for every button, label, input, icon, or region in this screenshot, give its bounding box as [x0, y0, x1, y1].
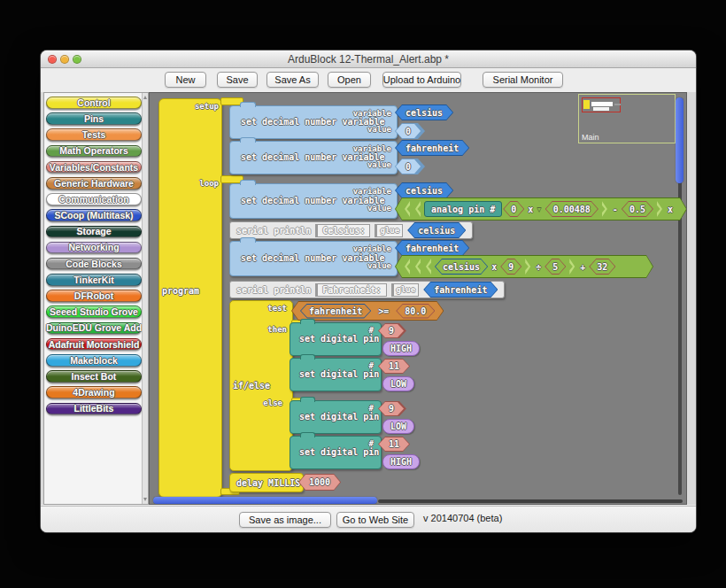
convert-expression-block[interactable]: celsius x 9 ÷ 5 + 32: [395, 255, 653, 278]
palette-item-insect-bot[interactable]: Insect Bot: [46, 370, 142, 383]
pin-state-tag[interactable]: LOW: [382, 419, 414, 434]
palette-item-tinkerkit[interactable]: TinkerKit: [46, 274, 142, 286]
palette-item-generic-hardware[interactable]: Generic Hardware: [46, 177, 142, 190]
program-block[interactable]: [158, 98, 222, 498]
palette-item-makeblock[interactable]: Makeblock: [46, 354, 142, 367]
serial-println-block[interactable]: serial println Fahrenheit: glue fahrenhe…: [229, 281, 505, 298]
palette-item-code-blocks[interactable]: Code Blocks: [46, 258, 142, 270]
set-variable-block[interactable]: set decimal number variable variable val…: [229, 141, 398, 174]
serial-println-block[interactable]: serial println Celsius: glue celsius: [229, 221, 473, 239]
minus-operator: -: [613, 205, 618, 214]
horizontal-scrollbar-thumb[interactable]: [153, 497, 377, 504]
set-digital-pin-block[interactable]: set digital pin #: [290, 322, 382, 356]
palette-item-storage[interactable]: Storage: [46, 226, 142, 238]
set-digital-pin-block[interactable]: set digital pin #: [290, 358, 382, 391]
palette-item-tests[interactable]: Tests: [46, 128, 142, 141]
denominator-value: 5: [552, 262, 558, 272]
palette-item-variables-constants[interactable]: Variables/Constants: [46, 161, 142, 174]
version-label: v 20140704 (beta): [423, 513, 502, 523]
minimap-block-thumb: [593, 107, 609, 111]
set-digital-pin-block[interactable]: set digital pin #: [290, 400, 382, 434]
palette-item-4drawing[interactable]: 4Drawing: [46, 386, 142, 398]
minimap-viewport[interactable]: [582, 97, 621, 112]
pin-state-tag[interactable]: LOW: [382, 376, 414, 391]
open-button[interactable]: Open: [328, 72, 371, 88]
threshold-tag[interactable]: 80.0: [396, 304, 435, 319]
palette-item-scoop-multitask[interactable]: SCoop (Multitask): [46, 209, 142, 221]
main-area: ControlPinsTestsMath OperatorsVariables/…: [41, 92, 696, 505]
go-to-website-button[interactable]: Go to Web Site: [336, 512, 414, 528]
set-variable-block[interactable]: set decimal number variable variable val…: [229, 105, 398, 139]
pin-state-tag[interactable]: HIGH: [382, 454, 420, 469]
palette-item-duinoedu-grove-add[interactable]: DuinoEDU Grove Add: [46, 322, 142, 335]
pin-number-tag[interactable]: 11: [378, 437, 410, 452]
value-tag[interactable]: 0: [395, 123, 425, 139]
palette-item-adafruit-motorshield[interactable]: Adafruit Motorshield: [46, 338, 142, 351]
variable-tag[interactable]: celsius: [395, 104, 453, 120]
pin-number: 9: [389, 326, 394, 336]
analog-pin-label: analog pin #: [431, 205, 495, 214]
multiply-operator: x: [528, 205, 533, 214]
message-slot[interactable]: Celsius:: [315, 224, 370, 237]
palette-item-dfrobot[interactable]: DFRobot: [46, 290, 142, 302]
glue-slot: glue: [391, 283, 420, 297]
set-variable-block[interactable]: set decimal number variable variable val…: [229, 241, 398, 276]
pin-number-tag[interactable]: 9: [378, 323, 406, 338]
addend-tag[interactable]: 32: [589, 259, 615, 275]
palette-scrollbar[interactable]: [142, 93, 148, 504]
scroll-down-icon[interactable]: [143, 498, 147, 501]
analog-expression-block[interactable]: analog pin # 0 x ▽ 0.00488 - 0.5 x: [395, 197, 687, 220]
pin-number-tag[interactable]: 11: [378, 359, 410, 374]
loop-label: loop: [176, 179, 219, 188]
test-expression-block[interactable]: fahrenheit >= 80.0: [291, 301, 444, 321]
palette-item-littlebits[interactable]: LittleBits: [46, 403, 142, 415]
pin-state-tag[interactable]: HIGH: [382, 341, 420, 356]
offset-tag[interactable]: 0.5: [622, 201, 653, 217]
save-button[interactable]: Save: [217, 72, 258, 88]
variable-tag[interactable]: fahrenheit: [395, 140, 469, 156]
save-as-image-button[interactable]: Save as image...: [239, 512, 331, 528]
set-variable-block[interactable]: set decimal number variable variable val…: [229, 183, 398, 219]
pin-number-label: #: [369, 404, 374, 413]
palette-item-control[interactable]: Control: [46, 97, 142, 109]
delay-value-tag[interactable]: 1000: [298, 474, 341, 491]
glue-variable-tag[interactable]: celsius: [407, 222, 466, 238]
pin-number-tag[interactable]: 9: [378, 401, 406, 416]
palette-item-seeed-studio-grove[interactable]: Seeed Studio Grove: [46, 306, 142, 318]
palette-item-math-operators[interactable]: Math Operators: [46, 145, 142, 158]
multiplier-tag[interactable]: 9: [500, 259, 521, 275]
analog-pin-block[interactable]: analog pin #: [424, 201, 502, 217]
glue-variable-tag[interactable]: fahrenheit: [423, 282, 498, 298]
scroll-up-icon[interactable]: [143, 96, 147, 99]
horizontal-scroll-track[interactable]: [378, 499, 683, 503]
minimap-program-thumb: [583, 100, 590, 109]
delay-millis-block[interactable]: delay MILLIS: [229, 473, 304, 492]
palette-item-pins[interactable]: Pins: [46, 112, 142, 125]
minimap-label: Main: [582, 133, 599, 142]
pin-number-tag[interactable]: 0: [503, 201, 524, 217]
variable-tag[interactable]: celsius: [435, 259, 488, 275]
set-digital-pin-block[interactable]: set digital pin #: [290, 436, 382, 469]
block-title: set decimal number variable: [241, 117, 385, 127]
minimap[interactable]: Main: [578, 94, 676, 143]
variable-label: variable: [353, 187, 391, 196]
program-canvas[interactable]: program setup loop set decimal number va…: [149, 92, 687, 505]
save-as-button[interactable]: Save As: [266, 72, 319, 88]
variable-tag[interactable]: fahrenheit: [395, 240, 469, 256]
minimap-block-thumb: [614, 104, 621, 105]
factor-value: 0.00488: [553, 205, 591, 214]
dropdown-icon[interactable]: ▽: [537, 206, 541, 213]
message-slot[interactable]: Fahrenheit:: [315, 283, 386, 297]
denominator-tag[interactable]: 5: [544, 259, 566, 275]
serial-monitor-button[interactable]: Serial Monitor: [483, 72, 563, 88]
variable-tag[interactable]: fahrenheit: [300, 304, 371, 319]
palette-item-communication[interactable]: Communication: [46, 193, 142, 205]
variable-tag[interactable]: celsius: [395, 182, 453, 198]
value-tag[interactable]: 0: [395, 159, 425, 174]
vertical-scrollbar-thumb[interactable]: [676, 97, 684, 183]
new-button[interactable]: New: [165, 72, 206, 88]
paren-chevron-icon: [657, 201, 664, 217]
upload-to-arduino-button[interactable]: Upload to Arduino: [382, 72, 461, 88]
factor-tag[interactable]: 0.00488: [545, 201, 599, 217]
palette-item-networking[interactable]: Networking: [46, 242, 142, 254]
